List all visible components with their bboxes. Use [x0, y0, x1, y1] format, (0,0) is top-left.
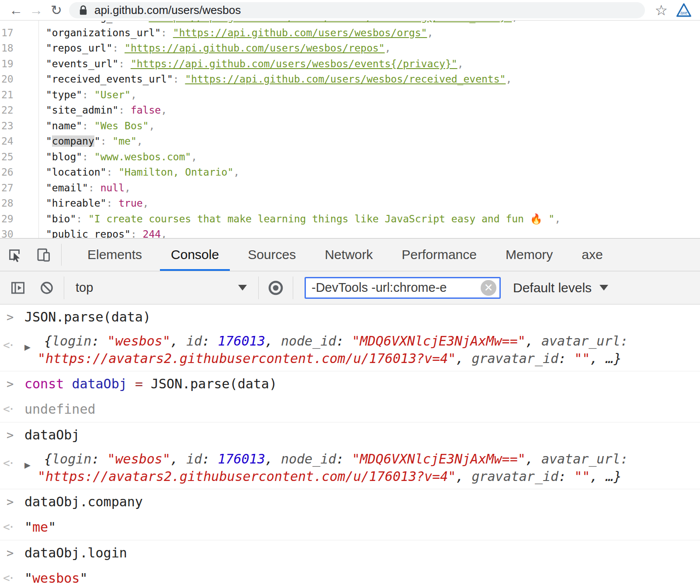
- token: ": [24, 571, 32, 586]
- token: :: [106, 166, 118, 178]
- divider: [61, 244, 62, 266]
- token: [127, 376, 135, 391]
- console-input-row: >dataObj.login: [0, 540, 700, 565]
- json-link[interactable]: "https://api.github.com/users/wesbos/eve…: [131, 58, 457, 69]
- clear-console-icon[interactable]: [32, 280, 61, 295]
- tab-memory[interactable]: Memory: [491, 239, 567, 271]
- token: :: [88, 182, 100, 194]
- token: "MDQ6VXNlcjE3NjAxMw==": [352, 451, 525, 467]
- token: "Hamilton, Ontario": [118, 166, 233, 178]
- clear-filter-icon[interactable]: ✕: [481, 280, 496, 296]
- svg-text:axe: axe: [680, 10, 688, 15]
- token: ,: [161, 104, 167, 116]
- reload-icon[interactable]: ↻: [46, 3, 66, 17]
- json-link[interactable]: "https://api.github.com/users/wesbos/org…: [173, 27, 427, 38]
- address-bar[interactable]: api.github.com/users/wesbos: [69, 2, 645, 18]
- token: {: [44, 333, 52, 349]
- device-toolbar-icon[interactable]: [29, 239, 58, 271]
- token: "type": [46, 89, 82, 100]
- console-prompt-icon: >: [0, 428, 24, 442]
- json-link[interactable]: "https://api.github.com/users/wesbos/rec…: [185, 73, 506, 85]
- filter-input[interactable]: [305, 277, 501, 299]
- live-expression-eye-icon[interactable]: [261, 280, 290, 296]
- chevron-down-icon: [600, 285, 608, 291]
- browser-toolbar: ← → ↻ api.github.com/users/wesbos ☆ axe: [0, 0, 700, 21]
- tab-sources[interactable]: Sources: [233, 239, 310, 271]
- line-number: 29: [0, 211, 38, 227]
- token: dataObj: [24, 427, 80, 443]
- forward-icon[interactable]: →: [26, 3, 46, 17]
- token: :: [112, 42, 125, 54]
- token: ,: [456, 469, 471, 484]
- log-levels-dropdown[interactable]: Default levels: [513, 280, 608, 295]
- token: :: [202, 451, 218, 467]
- token: "hireable": [46, 197, 106, 209]
- console-input-code[interactable]: const dataObj = JSON.parse(data): [24, 376, 277, 391]
- json-link[interactable]: "https://api.github.com/users/wesbos/rep…: [125, 42, 385, 54]
- console-input-code[interactable]: JSON.parse(data): [24, 309, 151, 325]
- back-icon[interactable]: ←: [6, 3, 26, 17]
- console-result-row: <·undefined: [0, 396, 700, 422]
- token: ": [24, 519, 32, 535]
- token: true: [118, 197, 142, 209]
- axe-extension-icon[interactable]: axe: [676, 3, 692, 17]
- inspect-element-icon[interactable]: [0, 239, 29, 271]
- token: ,: [265, 333, 281, 349]
- tab-performance[interactable]: Performance: [387, 239, 491, 271]
- tab-network[interactable]: Network: [310, 239, 387, 271]
- tab-axe[interactable]: axe: [567, 239, 617, 271]
- token: ,: [137, 135, 143, 147]
- console-input-code[interactable]: dataObj: [24, 427, 80, 443]
- token: ,: [265, 451, 281, 467]
- token: node_id: [281, 451, 336, 467]
- line-number: 16: [0, 21, 38, 25]
- lock-icon: [79, 4, 88, 16]
- console-result-icon: <·: [0, 339, 24, 352]
- token: login: [52, 451, 91, 467]
- token: login: [52, 333, 91, 349]
- expand-triangle-icon[interactable]: ▶: [24, 459, 38, 470]
- json-line: 28"hireable": true,: [0, 196, 700, 211]
- token: =: [135, 376, 143, 391]
- token: :: [336, 333, 352, 349]
- console-result-icon: <·: [0, 520, 24, 533]
- console-result-value: undefined: [24, 401, 96, 417]
- line-number: 27: [0, 180, 38, 196]
- bookmark-star-icon[interactable]: ☆: [655, 3, 668, 17]
- console-input-code[interactable]: dataObj.company: [24, 494, 143, 509]
- console-result-icon: <·: [0, 457, 24, 470]
- token: ,: [590, 351, 606, 366]
- console-result-row: <·"wesbos": [0, 565, 700, 588]
- frame-selector-dropdown[interactable]: top: [67, 280, 256, 295]
- tab-elements[interactable]: Elements: [73, 239, 156, 271]
- object-preview-line: {login: "wesbos", id: 176013, node_id: "…: [38, 332, 628, 350]
- token: …}: [606, 351, 621, 366]
- json-line: 29"bio": "I create courses that make lea…: [0, 211, 700, 227]
- token: ,: [506, 73, 512, 85]
- object-preview-line: "https://avatars2.githubusercontent.com/…: [38, 468, 628, 485]
- console-input-code[interactable]: dataObj.login: [24, 545, 127, 560]
- json-line-code: "company": "me",: [38, 134, 143, 149]
- expand-triangle-icon[interactable]: ▶: [24, 341, 38, 353]
- token: :: [137, 21, 149, 23]
- token: JSON.parse(data): [24, 309, 151, 325]
- json-line: 22"site_admin": false,: [0, 103, 700, 118]
- json-line: 30"public_repos": 244,: [0, 227, 700, 238]
- console-object-preview-row: <·▶{login: "wesbos", id: 176013, node_id…: [0, 447, 700, 489]
- token: "following_url": [46, 21, 137, 23]
- sidebar-toggle-icon[interactable]: [3, 280, 32, 296]
- json-line: 27"email": null,: [0, 180, 700, 196]
- line-number: 28: [0, 196, 38, 211]
- console-result-icon: <·: [0, 571, 24, 585]
- json-link[interactable]: "https://api.github.com/users/wesbos/fol…: [149, 21, 512, 23]
- token: :: [336, 451, 352, 467]
- object-preview-line: "https://avatars2.githubusercontent.com/…: [38, 350, 628, 367]
- object-preview-line: {login: "wesbos", id: 176013, node_id: "…: [38, 450, 628, 468]
- token: :: [82, 120, 94, 131]
- token: dataObj.login: [24, 545, 127, 560]
- tab-console[interactable]: Console: [156, 239, 233, 271]
- token: ,: [143, 197, 149, 209]
- token: :: [82, 89, 94, 100]
- token: "User": [94, 89, 131, 100]
- token: ,: [131, 89, 137, 100]
